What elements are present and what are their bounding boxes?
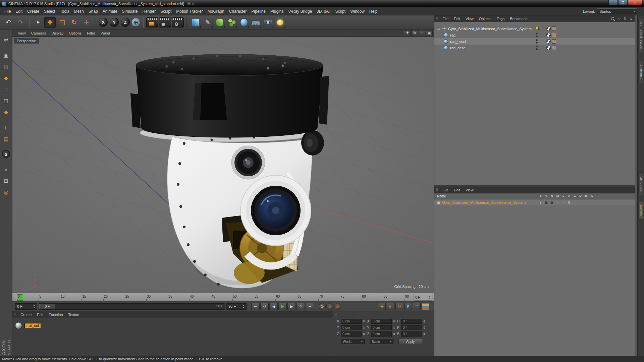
keyframe-icon[interactable]: ⊙ xyxy=(319,303,326,310)
layer-lock-toggle[interactable]: ▫ xyxy=(560,201,566,204)
size-z-field[interactable]: 0 cm xyxy=(371,331,392,337)
layer-view-toggle[interactable]: ▦ xyxy=(543,201,549,204)
visibility-dots[interactable] xyxy=(536,46,538,50)
last-tool-icon[interactable]: ✛ xyxy=(80,17,92,28)
lock-workplane-icon[interactable]: ⊞ xyxy=(1,177,11,185)
layer-row[interactable]: Gyro_Stabilized_Multisensor_Surveillance… xyxy=(434,199,637,205)
materials-menu-item[interactable]: Create xyxy=(18,312,34,317)
display-tag-icon[interactable] xyxy=(552,33,556,37)
play-backwards-button[interactable]: ↺ xyxy=(260,303,269,310)
object-manager-menu-item[interactable]: File xyxy=(440,16,451,21)
menu-item[interactable]: Motion Tracker xyxy=(174,8,205,15)
maximize-button[interactable]: ❐ xyxy=(618,0,628,5)
array-icon[interactable] xyxy=(226,17,237,28)
zoom-icon[interactable]: ⊕ xyxy=(419,30,425,36)
panel-drag-handle[interactable]: ⠿ xyxy=(14,313,16,316)
camera-icon[interactable] xyxy=(262,17,274,28)
menu-item[interactable]: Character xyxy=(227,8,249,15)
menu-item[interactable]: Sculpt xyxy=(158,8,174,15)
pan-icon[interactable]: ✚ xyxy=(404,30,411,36)
display-tag-icon[interactable] xyxy=(552,39,556,44)
tab-layers[interactable]: Layers xyxy=(638,202,643,220)
coordinate-system-dropdown[interactable]: World ▾ xyxy=(341,339,365,344)
menu-item[interactable]: Render xyxy=(140,8,158,15)
up-icon[interactable]: ⇧ xyxy=(623,16,627,21)
layout-dropdown[interactable]: Startup ▾ xyxy=(597,8,637,14)
model-mode-icon[interactable]: ▣ xyxy=(1,51,11,59)
play-button[interactable]: ▶ xyxy=(278,303,287,310)
timeline-button[interactable] xyxy=(422,303,429,310)
goto-start-button[interactable]: ⇤ xyxy=(251,303,260,310)
object-label[interactable]: rad_case xyxy=(450,46,465,50)
key-rotation-toggle[interactable]: ↻ xyxy=(395,303,403,310)
object-row-selected[interactable]: rad_head xyxy=(434,38,635,45)
solo-mode-icon[interactable]: S xyxy=(2,150,10,158)
polygons-mode-icon[interactable]: ◆ xyxy=(1,108,11,116)
autokey-button[interactable]: ◉ xyxy=(334,303,341,310)
spline-pen-icon[interactable]: ✎ xyxy=(202,17,213,28)
tab-content-browser[interactable]: Content Browser xyxy=(638,19,643,53)
object-row-root[interactable]: − Gyro_Stabilized_Multisensor_Surveillan… xyxy=(434,25,635,32)
layer-manager-menu-item[interactable]: View xyxy=(463,187,476,193)
search-icon[interactable] xyxy=(611,17,614,20)
layer-color-chip[interactable] xyxy=(536,27,539,30)
edges-mode-icon[interactable]: ◫ xyxy=(1,97,11,105)
viewport-menu-item[interactable]: View xyxy=(15,31,29,36)
points-mode-icon[interactable]: ∷ xyxy=(1,85,11,94)
texture-mode-icon[interactable]: ▨ xyxy=(1,62,11,71)
deformer-icon[interactable] xyxy=(238,17,250,28)
orbit-icon[interactable]: ↻ xyxy=(411,30,418,36)
display-tag-icon[interactable] xyxy=(552,46,556,50)
materials-menu-item[interactable]: Edit xyxy=(34,312,46,317)
home-icon[interactable]: ⌂ xyxy=(616,17,621,21)
menu-item[interactable]: Help xyxy=(367,8,380,15)
materials-menu-item[interactable]: Function xyxy=(46,312,65,317)
key-pla-toggle[interactable]: ∷ xyxy=(413,303,421,310)
object-label[interactable]: Gyro_Stabilized_Multisensor_Surveillance… xyxy=(448,27,532,31)
object-row[interactable]: rad xyxy=(434,32,635,38)
expand-toggle[interactable]: − xyxy=(437,27,440,30)
make-editable-icon[interactable]: ⇄ xyxy=(1,36,11,44)
viewport-canvas[interactable]: Y X Z xyxy=(12,37,434,293)
layer-render-toggle[interactable]: ▦ xyxy=(549,201,555,204)
texture-tag-icon[interactable] xyxy=(546,33,551,37)
pos-z-field[interactable]: 0 cm xyxy=(341,331,362,337)
panel-drag-handle[interactable]: ⠿ xyxy=(436,188,438,192)
panel-drag-handle[interactable]: ⠿ xyxy=(436,17,438,20)
x-axis-lock[interactable]: X xyxy=(99,18,108,27)
close-button[interactable]: ✕ xyxy=(628,0,642,5)
start-frame-field[interactable]: 0 F xyxy=(15,303,37,310)
coordinate-system-icon[interactable]: ⊕ xyxy=(131,18,140,27)
end-frame-field[interactable]: 90 F xyxy=(226,303,247,310)
viewport-menu-item[interactable]: Display xyxy=(49,31,66,36)
viewport-menu-item[interactable]: Filter xyxy=(84,31,98,36)
layer-manager-menu-item[interactable]: File xyxy=(440,187,451,193)
frame-range-slider[interactable]: 0 F 90 F xyxy=(39,303,225,310)
texture-tag-icon[interactable] xyxy=(546,46,551,50)
size-x-field[interactable]: 0 cm xyxy=(371,319,392,324)
axis-mode-icon[interactable]: L xyxy=(1,123,11,132)
y-axis-lock[interactable]: Y xyxy=(110,18,119,27)
object-manager-menu-item[interactable]: Objects xyxy=(476,16,494,21)
menu-item[interactable]: Snap xyxy=(86,8,100,15)
paint-icon[interactable]: ◗ xyxy=(1,165,11,174)
size-y-field[interactable]: 0 cm xyxy=(371,325,392,330)
menu-item[interactable]: Simulate xyxy=(120,8,140,15)
goto-end-button[interactable]: ⇥ xyxy=(306,303,314,310)
undo-icon[interactable]: ↶ xyxy=(3,17,14,28)
z-axis-lock[interactable]: Z xyxy=(121,18,130,27)
layer-manager-toggle[interactable]: ▫ xyxy=(555,201,560,204)
display-tag-icon[interactable] xyxy=(552,26,556,31)
material-item[interactable]: mat_rad xyxy=(15,322,41,329)
render-settings-icon[interactable]: ⚙ xyxy=(172,17,184,27)
rot-p-field[interactable]: 0 ° xyxy=(401,325,422,330)
object-manager-menu-item[interactable]: Edit xyxy=(451,16,463,21)
rot-b-field[interactable]: 0 ° xyxy=(401,331,422,337)
menu-item[interactable]: File xyxy=(2,8,13,15)
object-label[interactable]: rad xyxy=(450,33,455,37)
texture-axis-icon[interactable]: ▤ xyxy=(1,135,11,143)
timeline-ruler[interactable]: 051015202530354045505560657075808590 0 F xyxy=(12,293,434,302)
menu-item[interactable]: Mesh xyxy=(71,8,86,15)
object-row[interactable]: rad_case xyxy=(434,45,635,51)
scale-tool-icon[interactable]: ◱ xyxy=(56,17,68,28)
